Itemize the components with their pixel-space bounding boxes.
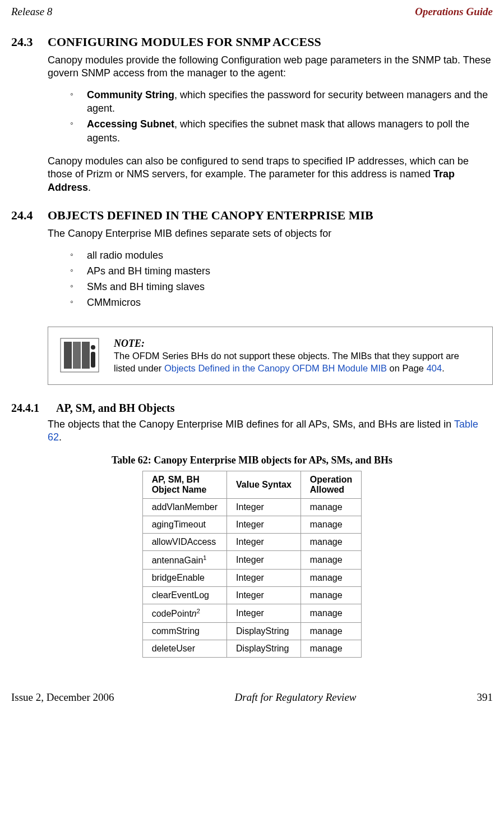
cell-value-syntax: Integer [227,587,301,604]
note-callout: NOTE: The OFDM Series BHs do not support… [48,327,493,385]
col-header-operation: OperationAllowed [300,471,362,498]
table-row: antennaGain1Integermanage [142,550,362,569]
table-row: allowVIDAccessIntegermanage [142,533,362,550]
cell-operation: manage [300,498,362,516]
cell-object-name: codePointn2 [142,604,226,623]
text: . [88,182,91,193]
section-title: OBJECTS DEFINED IN THE CANOPY ENTERPRISE… [48,208,373,223]
mib-objects-table: AP, SM, BHObject Name Value Syntax Opera… [142,471,362,658]
cell-object-name: bridgeEnable [142,570,226,587]
table-row: agingTimeoutIntegermanage [142,516,362,533]
cell-value-syntax: DisplayString [227,640,301,658]
col-header-value-syntax: Value Syntax [227,471,301,498]
section-number: 24.3 [11,35,48,49]
cell-object-name: agingTimeout [142,516,226,533]
svg-rect-1 [64,342,72,369]
document-page: Release 8 Operations Guide 24.3 CONFIGUR… [0,0,504,715]
paragraph: Canopy modules provide the following Con… [48,54,493,80]
paragraph: The objects that the Canopy Enterprise M… [48,418,493,444]
page-reference-link[interactable]: 404 [427,363,442,373]
cell-operation: manage [300,640,362,658]
section-heading-244: 24.4 OBJECTS DEFINED IN THE CANOPY ENTER… [11,208,493,223]
header-guide-title: Operations Guide [415,6,493,18]
bullet-list: Community String, which specifies the pa… [48,88,493,145]
section-number: 24.4 [11,208,48,223]
table-row: clearEventLogIntegermanage [142,587,362,604]
term: Accessing Subnet [87,118,174,130]
text: Canopy modules can also be configured to… [48,155,469,180]
header-release: Release 8 [11,6,52,18]
footer-page-number: 391 [477,691,493,704]
cell-value-syntax: Integer [227,533,301,550]
cell-value-syntax: Integer [227,570,301,587]
cell-operation: manage [300,516,362,533]
note-title: NOTE: [114,338,145,349]
bullet-list: all radio modules APs and BH timing mast… [48,249,493,310]
term: Community String [87,89,174,100]
svg-rect-3 [82,342,90,369]
cell-operation: manage [300,623,362,640]
cell-value-syntax: Integer [227,516,301,533]
cell-value-syntax: Integer [227,604,301,623]
paragraph: The Canopy Enterprise MIB defines separa… [48,227,493,240]
list-item: CMMmicros [48,296,493,309]
cell-object-name: allowVIDAccess [142,533,226,550]
list-item: all radio modules [48,249,493,262]
svg-rect-5 [91,352,95,368]
svg-point-4 [91,345,95,350]
table-row: commStringDisplayStringmanage [142,623,362,640]
table-row: deleteUserDisplayStringmanage [142,640,362,658]
page-header: Release 8 Operations Guide [11,6,493,18]
list-item: Accessing Subnet, which specifies the su… [48,117,493,145]
list-item: Community String, which specifies the pa… [48,88,493,116]
col-header-object-name: AP, SM, BHObject Name [142,471,226,498]
cell-object-name: antennaGain1 [142,550,226,569]
paragraph: Canopy modules can also be configured to… [48,155,493,194]
footer-issue: Issue 2, December 2006 [11,691,114,704]
subsection-number: 24.4.1 [11,402,56,415]
cell-operation: manage [300,570,362,587]
cell-object-name: deleteUser [142,640,226,658]
cell-operation: manage [300,587,362,604]
info-icon [59,337,100,373]
table-row: codePointn2Integermanage [142,604,362,623]
section-title: CONFIGURING MODULES FOR SNMP ACCESS [48,35,321,49]
subsection-heading-2441: 24.4.1 AP, SM, and BH Objects [11,402,493,415]
cell-operation: manage [300,604,362,623]
cell-operation: manage [300,550,362,569]
svg-rect-2 [73,342,81,369]
cell-object-name: clearEventLog [142,587,226,604]
cell-object-name: addVlanMember [142,498,226,516]
table-row: addVlanMemberIntegermanage [142,498,362,516]
note-body: NOTE: The OFDM Series BHs do not support… [114,337,481,374]
cell-value-syntax: Integer [227,498,301,516]
cross-reference-link[interactable]: Objects Defined in the Canopy OFDM BH Mo… [164,363,387,373]
list-item: APs and BH timing masters [48,264,493,278]
table-row: bridgeEnableIntegermanage [142,570,362,587]
table-caption: Table 62: Canopy Enterprise MIB objects … [11,454,493,466]
cell-operation: manage [300,533,362,550]
footer-draft-label: Draft for Regulatory Review [235,691,357,704]
text: . [442,363,445,373]
subsection-title: AP, SM, and BH Objects [56,402,175,415]
cell-value-syntax: Integer [227,550,301,569]
cell-object-name: commString [142,623,226,640]
section-heading-243: 24.3 CONFIGURING MODULES FOR SNMP ACCESS [11,35,493,49]
text: . [59,431,62,443]
list-item: SMs and BH timing slaves [48,280,493,293]
text: on Page [387,363,427,373]
table-header-row: AP, SM, BHObject Name Value Syntax Opera… [142,471,362,498]
text: The objects that the Canopy Enterprise M… [48,419,454,430]
cell-value-syntax: DisplayString [227,623,301,640]
page-footer: Issue 2, December 2006 Draft for Regulat… [11,691,493,704]
